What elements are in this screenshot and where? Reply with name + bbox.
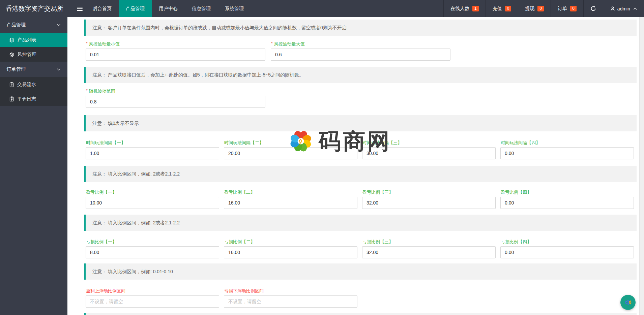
notice-random-range: 注意： 产品获取接口值后，会加上+-此处的值。如5，则在接口获取的数据中加上-5…: [84, 67, 637, 83]
random-fluct-range-input[interactable]: [86, 96, 265, 108]
sidebar-item-label: 平仓日志: [17, 96, 36, 102]
risk-fluct-min-input[interactable]: [86, 49, 265, 61]
navbar-right: 在线人数 1 充值 0 提现 0 订单 0 admin: [443, 0, 644, 17]
field-profit-loss-ratio-3: 盈亏比例【三】: [362, 190, 496, 209]
field-loss-downfloat-range: 亏损下浮动比例区间: [224, 288, 357, 308]
loss-ratio-1-input[interactable]: [86, 246, 219, 258]
profit-loss-ratio-2-input[interactable]: [224, 197, 357, 209]
risk-fluct-max-input[interactable]: [271, 49, 450, 61]
notice-float-range: 注意： 填入比例区间，例如: 0.01-0.10: [84, 263, 637, 280]
form-row-random-fluctuation: *随机波动范围: [84, 88, 644, 108]
orders-badge: 0: [570, 6, 577, 11]
field-label: 亏损比例【二】: [224, 239, 357, 244]
required-asterisk: *: [86, 88, 88, 93]
loss-downfloat-range-input[interactable]: [224, 295, 357, 308]
menu-collapse-icon[interactable]: [74, 0, 86, 17]
online-users-stat[interactable]: 在线人数 1: [443, 0, 486, 17]
field-label: 盈亏比例【一】: [86, 190, 219, 195]
withdraw-badge: 0: [537, 6, 544, 11]
field-time-interval-2: 时间玩法间隔【二】: [224, 140, 357, 159]
online-users-label: 在线人数: [450, 6, 469, 12]
field-label: 盈亏比例【二】: [224, 190, 357, 195]
nav-tab-information[interactable]: 信息管理: [185, 0, 218, 17]
field-loss-ratio-1: 亏损比例【一】: [86, 239, 219, 258]
required-asterisk: *: [271, 41, 273, 46]
main-content: 注意： 客户订单在条件范围内时，会根据订单的涨或跌，自动减或加最小值与最大值之间…: [67, 17, 644, 315]
sidebar-group-order-management[interactable]: 订单管理: [0, 62, 67, 77]
field-profit-loss-ratio-1: 盈亏比例【一】: [86, 190, 219, 209]
loss-ratio-4-input[interactable]: [500, 246, 634, 258]
clipboard-icon: [9, 96, 14, 102]
sidebar: 产品管理 产品列表 风控管理 订单管理 交易流水 平仓日志: [0, 17, 67, 315]
time-interval-4-input[interactable]: [500, 147, 634, 159]
recharge-stat[interactable]: 充值 0: [486, 0, 518, 17]
form-row-risk-fluctuation: *风控波动最小值 *风控波动最大值: [84, 41, 644, 61]
orders-label: 订单: [558, 6, 567, 12]
vertical-scrollbar[interactable]: [639, 17, 644, 315]
recharge-label: 充值: [493, 6, 502, 12]
field-label: 亏损下浮动比例区间: [224, 288, 357, 293]
loss-ratio-3-input[interactable]: [362, 246, 496, 258]
time-interval-2-input[interactable]: [224, 147, 357, 159]
gear-icon: [9, 52, 14, 57]
withdraw-stat[interactable]: 提现 0: [518, 0, 551, 17]
nav-tab-system[interactable]: 系统管理: [218, 0, 251, 17]
notice-text: 注意： 填入比例区间，例如: 0.01-0.10: [92, 269, 173, 274]
field-label: 盈利上浮动比例区间: [86, 288, 219, 293]
profit-loss-ratio-1-input[interactable]: [86, 197, 219, 209]
notice-zero-hidden: 注意： 填0表示不显示: [84, 115, 637, 131]
field-time-interval-4: 时间玩法间隔【四】: [500, 140, 634, 159]
nav-tab-dashboard[interactable]: 后台首页: [86, 0, 119, 17]
nav-tab-product-management[interactable]: 产品管理: [119, 0, 152, 17]
speaker-icon: [623, 298, 633, 307]
profit-loss-ratio-4-input[interactable]: [500, 197, 634, 209]
required-asterisk: *: [86, 41, 88, 46]
sidebar-item-close-position-log[interactable]: 平仓日志: [0, 92, 67, 106]
username: admin: [617, 6, 630, 11]
form-row-float-ranges: 盈利上浮动比例区间 亏损下浮动比例区间: [84, 288, 644, 308]
orders-stat[interactable]: 订单 0: [551, 0, 583, 17]
user-menu[interactable]: admin: [603, 0, 644, 17]
field-label: 时间玩法间隔【一】: [86, 140, 219, 145]
sidebar-item-trade-flow[interactable]: 交易流水: [0, 77, 67, 92]
loss-ratio-2-input[interactable]: [224, 246, 357, 258]
chevron-down-icon: [57, 68, 61, 71]
withdraw-label: 提现: [525, 6, 534, 12]
field-label: *风控波动最小值: [86, 41, 265, 46]
sidebar-group-label: 产品管理: [7, 22, 26, 28]
field-label: *随机波动范围: [86, 88, 265, 94]
field-profit-loss-ratio-4: 盈亏比例【四】: [500, 190, 634, 209]
field-loss-ratio-3: 亏损比例【三】: [362, 239, 496, 258]
sidebar-item-risk-management[interactable]: 风控管理: [0, 47, 67, 62]
notice-risk-range: 注意： 客户订单在条件范围内时，会根据订单的涨或跌，自动减或加最小值与最大值之间…: [84, 20, 637, 36]
sidebar-item-product-list[interactable]: 产品列表: [0, 33, 67, 47]
app-logo: 香港数字资产交易所: [0, 0, 67, 17]
notice-text: 注意： 产品获取接口值后，会加上+-此处的值。如5，则在接口获取的数据中加上-5…: [92, 72, 304, 77]
nav-tab-user-center[interactable]: 用户中心: [152, 0, 185, 17]
recharge-badge: 0: [505, 6, 511, 11]
field-label: 亏损比例【四】: [501, 239, 634, 244]
time-interval-3-input[interactable]: [362, 147, 496, 159]
notice-text: 注意： 客户订单在条件范围内时，会根据订单的涨或跌，自动减或加最小值与最大值之间…: [92, 25, 347, 30]
time-interval-1-input[interactable]: [86, 147, 219, 159]
profit-upfloat-range-input[interactable]: [86, 295, 219, 308]
field-risk-fluct-min: *风控波动最小值: [86, 41, 265, 61]
sidebar-group-product-management[interactable]: 产品管理: [0, 17, 67, 33]
field-random-fluct-range: *随机波动范围: [86, 88, 265, 108]
chevron-up-icon: [633, 7, 637, 10]
field-label: 时间玩法间隔【二】: [224, 140, 357, 145]
notice-ratio-range-2: 注意： 填入比例区间，例如: 2或者2.1-2.2: [84, 215, 637, 231]
sound-toggle-button[interactable]: [620, 295, 636, 310]
notice-clipped: [84, 313, 637, 315]
top-navbar: 香港数字资产交易所 后台首页 产品管理 用户中心 信息管理 系统管理 在线人数 …: [0, 0, 644, 17]
notice-text: 注意： 填入比例区间，例如: 2或者2.1-2.2: [92, 220, 180, 225]
field-label: *风控波动最大值: [271, 41, 450, 46]
refresh-button[interactable]: [583, 0, 603, 17]
online-users-badge: 1: [472, 6, 479, 11]
profit-loss-ratio-3-input[interactable]: [362, 197, 496, 209]
notice-text: 注意： 填0表示不显示: [92, 121, 139, 126]
layers-icon: [9, 37, 14, 43]
sidebar-item-label: 风控管理: [18, 52, 36, 58]
field-label: 时间玩法间隔【三】: [362, 140, 496, 145]
notice-text: 注意： 填入比例区间，例如: 2或者2.1-2.2: [92, 171, 180, 177]
